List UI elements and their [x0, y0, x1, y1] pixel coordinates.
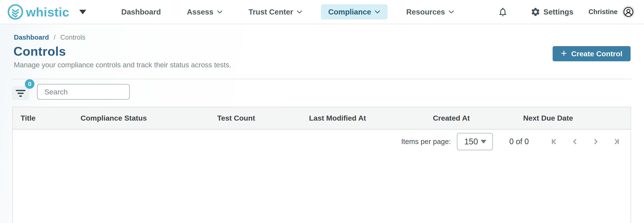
column-header-next-due-date[interactable]: Next Due Date	[523, 114, 630, 122]
gear-icon	[530, 7, 540, 17]
chevron-down-icon	[448, 10, 454, 14]
first-page-button[interactable]	[550, 138, 558, 146]
nav-item-resources[interactable]: Resources	[399, 4, 462, 20]
items-per-page-select[interactable]: 150	[457, 133, 493, 150]
chevron-down-icon	[217, 10, 222, 14]
column-header-last-modified-at[interactable]: Last Modified At	[309, 114, 433, 122]
breadcrumb: Dashboard / Controls	[14, 24, 632, 41]
last-page-icon	[612, 138, 620, 146]
create-control-button[interactable]: + Create Control	[552, 46, 630, 61]
table-header-row: Title Compliance Status Test Count Last …	[13, 107, 630, 130]
nav-item-trust-center[interactable]: Trust Center	[241, 4, 310, 20]
org-switcher-caret-icon[interactable]	[79, 10, 86, 14]
column-header-title[interactable]: Title	[13, 114, 80, 122]
filter-count-badge: 0	[25, 79, 34, 89]
column-header-compliance-status[interactable]: Compliance Status	[80, 114, 217, 122]
account-circle-icon	[623, 6, 634, 17]
first-page-icon	[550, 138, 558, 146]
chevron-down-icon	[374, 10, 380, 14]
top-navigation-bar: whistic Dashboard Assess Trust Center Co…	[0, 0, 644, 24]
notifications-bell-icon[interactable]	[498, 7, 508, 17]
chevron-left-icon	[571, 138, 579, 146]
plus-icon: +	[561, 48, 567, 58]
filter-list-icon	[15, 89, 26, 97]
breadcrumb-separator: /	[54, 34, 56, 41]
chevron-down-icon	[297, 10, 302, 14]
breadcrumb-current: Controls	[60, 34, 85, 41]
filter-toolbar: 0	[12, 84, 632, 100]
pager-controls	[550, 138, 620, 146]
column-header-created-at[interactable]: Created At	[433, 114, 523, 122]
nav-item-assess[interactable]: Assess	[180, 4, 230, 20]
page-title: Controls	[14, 44, 632, 58]
page-subtitle: Manage your compliance controls and trac…	[14, 61, 632, 69]
nav-item-dashboard[interactable]: Dashboard	[114, 4, 168, 20]
user-avatar[interactable]	[622, 6, 634, 18]
brand-logo[interactable]: whistic	[7, 4, 69, 20]
settings-label: Settings	[544, 8, 574, 16]
next-page-button[interactable]	[592, 138, 600, 146]
chevron-right-icon	[592, 138, 600, 146]
settings-button[interactable]: Settings	[530, 7, 574, 17]
items-per-page-label: Items per page:	[401, 138, 451, 146]
previous-page-button[interactable]	[571, 138, 579, 146]
primary-nav: Dashboard Assess Trust Center Compliance…	[114, 4, 473, 20]
search-input[interactable]	[37, 84, 130, 100]
nav-item-compliance[interactable]: Compliance	[321, 4, 388, 20]
select-caret-icon	[481, 140, 486, 144]
brand-wordmark: whistic	[26, 5, 69, 19]
controls-page: Dashboard / Controls Controls Manage you…	[0, 24, 644, 223]
topbar-right-actions: Settings Christine	[498, 6, 634, 18]
section-divider	[12, 79, 632, 79]
last-page-button[interactable]	[612, 138, 620, 146]
whistic-logo-icon	[7, 4, 24, 20]
breadcrumb-link-dashboard[interactable]: Dashboard	[14, 34, 49, 41]
create-control-label: Create Control	[571, 50, 622, 58]
column-header-test-count[interactable]: Test Count	[217, 114, 309, 122]
user-name-label: Christine	[588, 8, 618, 16]
bell-icon	[498, 7, 508, 17]
controls-table: Title Compliance Status Test Count Last …	[12, 107, 631, 223]
filter-button[interactable]: 0	[12, 86, 29, 100]
page-range-label: 0 of 0	[509, 137, 529, 146]
table-paginator: Items per page: 150 0 of 0	[13, 130, 630, 154]
items-per-page-value: 150	[464, 137, 478, 146]
